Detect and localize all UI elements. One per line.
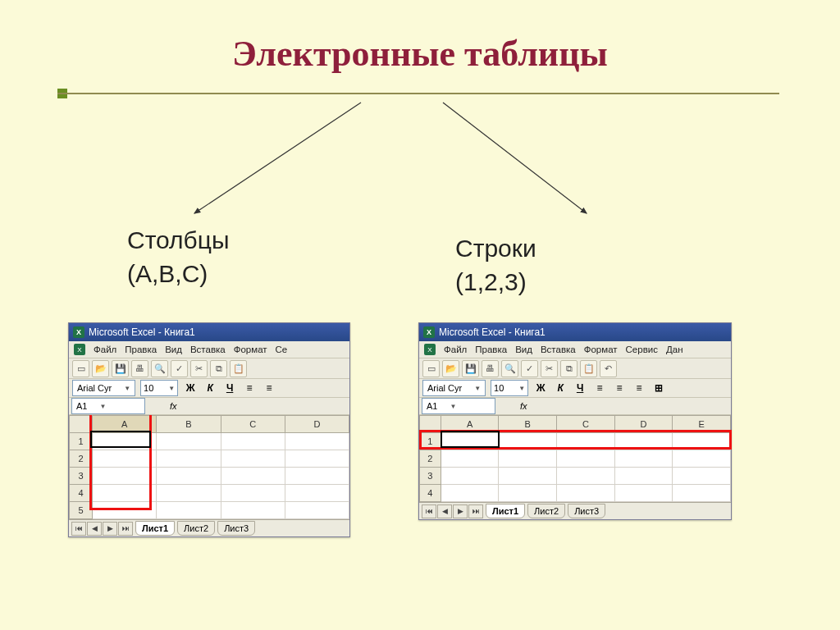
italic-button[interactable]: К: [553, 381, 568, 395]
menu-insert[interactable]: Вставка: [190, 345, 226, 354]
align-left-icon[interactable]: ≡: [242, 381, 257, 395]
spell-icon[interactable]: ✓: [521, 360, 538, 377]
tab-nav-prev-icon[interactable]: ◀: [87, 522, 102, 536]
underline-button[interactable]: Ч: [222, 381, 237, 395]
paste-icon[interactable]: 📋: [230, 360, 247, 377]
cell[interactable]: [557, 485, 615, 502]
cell[interactable]: [285, 433, 349, 450]
fx-icon[interactable]: fx: [170, 401, 177, 411]
cell[interactable]: [673, 450, 731, 468]
row-header[interactable]: 4: [420, 485, 441, 502]
row-header[interactable]: 3: [420, 468, 441, 485]
cell[interactable]: [441, 450, 499, 468]
name-box[interactable]: A1 ▼: [422, 398, 495, 414]
font-size-selector[interactable]: 10 ▼: [140, 380, 178, 396]
menu-insert[interactable]: Вставка: [541, 345, 576, 354]
sheet-tab-2[interactable]: Лист2: [177, 521, 215, 536]
cell[interactable]: [673, 468, 731, 485]
cell[interactable]: [285, 468, 349, 485]
menu-view[interactable]: Вид: [165, 345, 182, 354]
cell[interactable]: [441, 468, 499, 485]
bold-button[interactable]: Ж: [533, 381, 548, 395]
cut-icon[interactable]: ✂: [541, 360, 558, 377]
tab-nav-last-icon[interactable]: ⏭: [118, 522, 133, 536]
merge-icon[interactable]: ⊞: [651, 381, 666, 395]
cell[interactable]: [157, 433, 221, 450]
cell[interactable]: [221, 468, 285, 485]
cell[interactable]: [614, 485, 673, 502]
new-icon[interactable]: ▭: [422, 360, 440, 377]
spell-icon[interactable]: ✓: [171, 360, 188, 377]
sheet-tab-3[interactable]: Лист3: [568, 504, 605, 518]
menu-file[interactable]: Файл: [444, 345, 467, 354]
print-preview-icon[interactable]: 🔍: [501, 360, 518, 377]
cell[interactable]: [499, 450, 557, 468]
cell[interactable]: [614, 468, 673, 485]
font-selector[interactable]: Arial Cyr ▼: [72, 380, 135, 396]
cell[interactable]: [157, 485, 221, 502]
cell[interactable]: [673, 485, 731, 502]
print-icon[interactable]: 🖶: [131, 360, 148, 377]
undo-icon[interactable]: ↶: [600, 360, 617, 377]
col-header-D[interactable]: D: [285, 416, 349, 433]
cell[interactable]: [285, 485, 349, 502]
menu-edit[interactable]: Правка: [475, 345, 507, 354]
cut-icon[interactable]: ✂: [190, 360, 208, 377]
sheet-tab-3[interactable]: Лист3: [217, 521, 255, 536]
font-size-selector[interactable]: 10 ▼: [491, 380, 528, 396]
cell[interactable]: [157, 502, 221, 519]
col-header-B[interactable]: B: [157, 416, 221, 433]
cell[interactable]: [221, 502, 285, 519]
menu-edit[interactable]: Правка: [125, 345, 157, 354]
cell[interactable]: [157, 450, 221, 468]
cell[interactable]: [499, 468, 557, 485]
tab-nav-first-icon[interactable]: ⏮: [71, 522, 86, 536]
cell[interactable]: [157, 468, 221, 485]
save-icon[interactable]: 💾: [462, 360, 479, 377]
tab-nav-next-icon[interactable]: ▶: [103, 522, 117, 536]
underline-button[interactable]: Ч: [573, 381, 587, 395]
cell[interactable]: [614, 450, 673, 468]
cell[interactable]: [557, 450, 615, 468]
print-icon[interactable]: 🖶: [482, 360, 499, 377]
menu-view[interactable]: Вид: [515, 345, 532, 354]
cell[interactable]: [221, 450, 285, 468]
italic-button[interactable]: К: [203, 381, 217, 395]
tab-nav-last-icon[interactable]: ⏭: [468, 504, 483, 518]
menu-data[interactable]: Дан: [666, 345, 683, 354]
open-icon[interactable]: 📂: [442, 360, 459, 377]
menu-format[interactable]: Формат: [234, 345, 267, 354]
new-icon[interactable]: ▭: [72, 360, 89, 377]
name-box[interactable]: A1 ▼: [71, 398, 145, 414]
cell[interactable]: [557, 468, 615, 485]
col-header-C[interactable]: C: [221, 416, 285, 433]
menu-format[interactable]: Формат: [584, 345, 618, 354]
align-center-icon[interactable]: ≡: [612, 381, 627, 395]
sheet-tab-1[interactable]: Лист1: [135, 521, 175, 536]
font-selector[interactable]: Arial Cyr ▼: [422, 380, 486, 396]
sheet-tab-2[interactable]: Лист2: [527, 504, 565, 518]
cell[interactable]: [221, 485, 285, 502]
menu-file[interactable]: Файл: [94, 345, 116, 354]
tab-nav-prev-icon[interactable]: ◀: [437, 504, 452, 518]
copy-icon[interactable]: ⧉: [210, 360, 227, 377]
save-icon[interactable]: 💾: [112, 360, 129, 377]
align-right-icon[interactable]: ≡: [632, 381, 646, 395]
align-center-icon[interactable]: ≡: [262, 381, 276, 395]
cell[interactable]: [441, 485, 499, 502]
sheet-tab-1[interactable]: Лист1: [486, 504, 525, 518]
fx-icon[interactable]: fx: [520, 401, 527, 411]
print-preview-icon[interactable]: 🔍: [151, 360, 168, 377]
align-left-icon[interactable]: ≡: [592, 381, 607, 395]
cell[interactable]: [285, 502, 349, 519]
bold-button[interactable]: Ж: [183, 381, 198, 395]
row-header[interactable]: 2: [420, 450, 441, 468]
cell[interactable]: [221, 433, 285, 450]
open-icon[interactable]: 📂: [92, 360, 109, 377]
paste-icon[interactable]: 📋: [580, 360, 597, 377]
menu-tools[interactable]: Се: [276, 345, 288, 354]
cell[interactable]: [285, 450, 349, 468]
tab-nav-first-icon[interactable]: ⏮: [422, 504, 436, 518]
tab-nav-next-icon[interactable]: ▶: [453, 504, 468, 518]
cell[interactable]: [499, 485, 557, 502]
